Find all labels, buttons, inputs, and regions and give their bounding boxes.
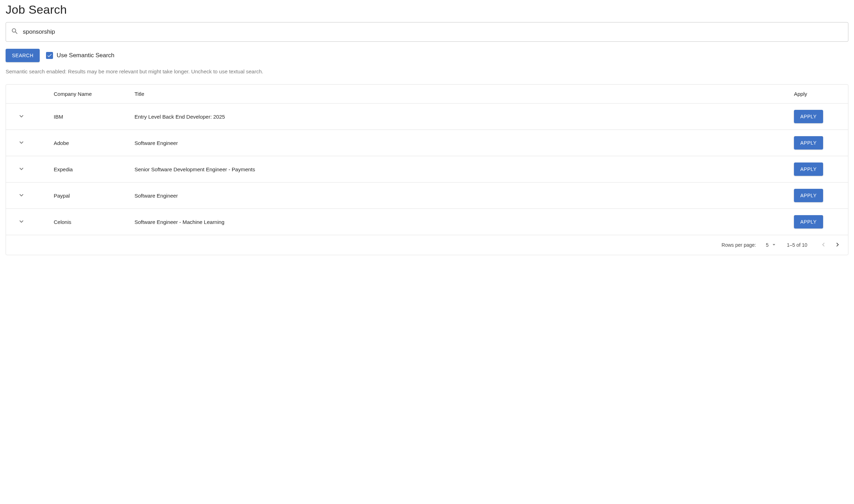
apply-cell: Apply <box>788 130 848 156</box>
company-cell: IBM <box>48 104 129 130</box>
semantic-search-toggle[interactable]: Use Semantic Search <box>46 52 114 59</box>
expand-cell <box>6 104 48 130</box>
column-expand <box>6 85 48 104</box>
table-row: AdobeSoftware EngineerApply <box>6 130 848 156</box>
search-input[interactable] <box>19 28 843 35</box>
table-row: IBMEntry Level Back End Developer: 2025A… <box>6 104 848 130</box>
rows-per-page-label: Rows per page: <box>722 242 756 248</box>
search-field[interactable] <box>6 22 848 42</box>
checkbox-checked-icon[interactable] <box>46 52 53 59</box>
expand-row-button[interactable] <box>16 164 27 175</box>
title-cell: Software Engineer <box>129 183 788 209</box>
table-row: CelonisSoftware Engineer - Machine Learn… <box>6 209 848 235</box>
column-title: Title <box>129 85 788 104</box>
company-cell: Expedia <box>48 156 129 183</box>
pagination-prev-button[interactable] <box>817 239 830 251</box>
expand-row-button[interactable] <box>16 190 27 201</box>
company-cell: Adobe <box>48 130 129 156</box>
title-cell: Software Engineer <box>129 130 788 156</box>
apply-button[interactable]: Apply <box>794 136 823 150</box>
apply-cell: Apply <box>788 156 848 183</box>
semantic-search-hint: Semantic search enabled: Results may be … <box>6 68 848 74</box>
chevron-down-icon <box>18 112 25 121</box>
title-cell: Senior Software Development Engineer - P… <box>129 156 788 183</box>
expand-row-button[interactable] <box>16 216 27 227</box>
pagination-next-button[interactable] <box>831 239 844 251</box>
chevron-down-icon <box>18 191 25 200</box>
apply-button[interactable]: Apply <box>794 189 823 202</box>
chevron-down-icon <box>18 165 25 174</box>
expand-cell <box>6 209 48 235</box>
search-icon <box>11 27 19 37</box>
pagination-range: 1–5 of 10 <box>787 242 807 248</box>
semantic-search-label: Use Semantic Search <box>57 52 114 59</box>
column-apply: Apply <box>788 85 848 104</box>
table-row: PaypalSoftware EngineerApply <box>6 183 848 209</box>
expand-cell <box>6 156 48 183</box>
company-cell: Paypal <box>48 183 129 209</box>
apply-button[interactable]: Apply <box>794 215 823 228</box>
expand-row-button[interactable] <box>16 137 27 148</box>
table-footer: Rows per page: 5 1–5 of 10 <box>6 235 848 255</box>
chevron-down-icon <box>18 218 25 226</box>
rows-per-page-value: 5 <box>766 242 769 248</box>
column-company: Company Name <box>48 85 129 104</box>
chevron-right-icon <box>834 241 841 250</box>
search-button[interactable]: Search <box>6 49 40 62</box>
dropdown-arrow-icon <box>771 241 777 249</box>
table-header-row: Company Name Title Apply <box>6 85 848 104</box>
title-cell: Software Engineer - Machine Learning <box>129 209 788 235</box>
apply-cell: Apply <box>788 209 848 235</box>
company-cell: Celonis <box>48 209 129 235</box>
page-title: Job Search <box>6 3 848 16</box>
apply-cell: Apply <box>788 104 848 130</box>
table-row: ExpediaSenior Software Development Engin… <box>6 156 848 183</box>
rows-per-page-select[interactable]: 5 <box>766 241 777 249</box>
apply-button[interactable]: Apply <box>794 163 823 176</box>
chevron-down-icon <box>18 139 25 147</box>
apply-cell: Apply <box>788 183 848 209</box>
results-table: Company Name Title Apply IBMEntry Level … <box>6 84 848 255</box>
expand-row-button[interactable] <box>16 111 27 122</box>
expand-cell <box>6 130 48 156</box>
apply-button[interactable]: Apply <box>794 110 823 123</box>
expand-cell <box>6 183 48 209</box>
title-cell: Entry Level Back End Developer: 2025 <box>129 104 788 130</box>
chevron-left-icon <box>820 241 827 250</box>
